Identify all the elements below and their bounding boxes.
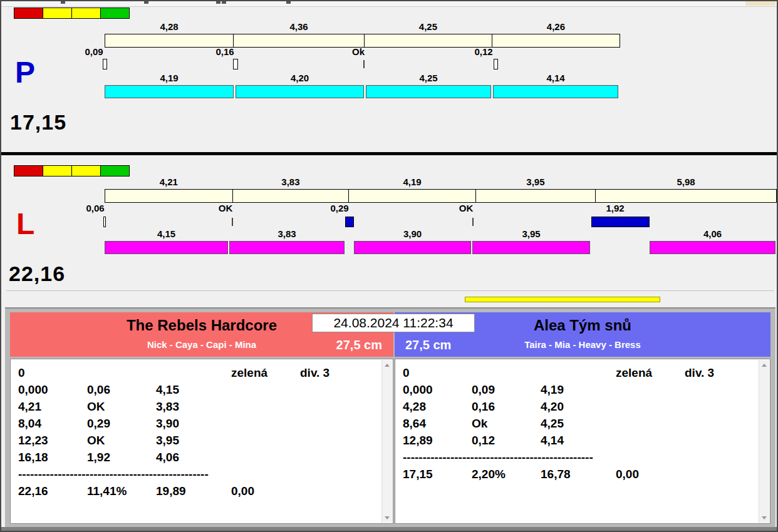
cell: OK [87,432,156,449]
run-segment: 4,25 [366,85,491,98]
arrow-up-icon [762,364,767,367]
app-window: 4,28 4,36 4,25 4,26 0,09 0,16 Ok 0,12 4,… [0,0,778,532]
cell [685,398,759,415]
cell: 0,00 [231,483,300,499]
run-time-label: 4,06 [703,228,722,239]
cell: 4,19 [541,381,616,398]
change-time-marker-flagged [591,217,650,227]
table-scrollbar[interactable] [381,360,392,523]
table-row: 0,0000,064,15 [11,381,381,398]
light-yellow [71,165,101,176]
split-time-label: 4,21 [160,176,178,187]
lane-p-top-split-bar: 4,28 4,36 4,25 4,26 [105,34,620,48]
lane-l-section: 4,21 3,83 4,19 3,95 5,98 0,06 OK 0,29 OK… [6,158,774,291]
separator-row: ----------------------------------------… [11,466,381,483]
lane-l-top-split-bar: 4,21 3,83 4,19 3,95 5,98 [105,189,777,203]
change-time-marker [103,217,106,227]
split-segment: 3,83 [233,190,349,202]
cell: 0 [18,364,87,381]
run-segment: 4,14 [493,85,618,98]
arrow-up-icon [385,364,390,367]
change-time-label: 0,12 [465,46,502,57]
scroll-up-button[interactable] [759,360,769,370]
run-segment: 4,20 [236,85,364,98]
run-segment: 4,19 [105,85,234,98]
split-time-label: 3,95 [526,176,544,187]
change-time-label: Ok [340,46,377,57]
run-segment: 3,83 [229,241,345,254]
menu-remnant-mark [61,1,65,4]
menu-remnant-mark [144,1,148,4]
total-row: 17,152,20%16,780,00 [395,466,759,483]
change-time-marker [232,218,233,226]
change-time-label: OK [207,203,244,213]
cell: 1,92 [87,449,156,466]
scroll-up-button[interactable] [382,360,392,370]
cell: 0,00 [616,466,685,483]
menu-remnant-mark [286,1,291,4]
change-time-marker [233,59,238,69]
change-time-marker [494,59,498,69]
cell [300,398,381,415]
cell [472,364,541,381]
scroll-down-button[interactable] [759,513,769,523]
light-yellow [43,165,72,176]
team-right-results-table: 0zelenádiv. 3 0,0000,094,19 4,280,164,20… [395,359,770,524]
separator-dashes: ----------------------------------------… [18,466,381,483]
start-lights [14,8,130,19]
cell: 0,29 [87,415,156,432]
lane-l-total-time: 22,16 [9,263,65,284]
table-row: 0zelenádiv. 3 [395,364,759,381]
run-time-label: 3,95 [522,228,540,239]
cell [685,381,759,398]
table-scrollbar[interactable] [759,360,769,523]
cell [231,381,300,398]
cell: zelená [616,364,685,381]
cell [300,483,381,499]
run-segment: 4,06 [650,241,775,254]
change-time-marker-flagged [345,217,354,227]
lane-l-letter: L [16,209,34,239]
cell [300,432,381,449]
cell: 0,06 [87,381,156,398]
separator-row: ----------------------------------------… [395,449,759,466]
cell: 0,000 [403,381,472,398]
cell: 0,09 [472,381,541,398]
cell [231,432,300,449]
change-time-label: 0,29 [321,203,358,213]
cell: 0,000 [18,381,87,398]
cell: 4,20 [541,398,616,415]
cell: 4,06 [156,449,231,466]
lane-p-section: 4,28 4,36 4,25 4,26 0,09 0,16 Ok 0,12 4,… [6,6,774,153]
results-rows: 0zelenádiv. 3 0,0000,064,15 4,21OK3,83 8… [11,364,381,499]
cell: 4,15 [156,381,231,398]
cell: 4,14 [541,432,616,449]
table-row: 0,0000,094,19 [395,381,759,398]
menu-remnant-mark [216,1,220,4]
cell [616,398,685,415]
cell: Ok [472,415,541,432]
cell [300,415,381,432]
cell: 3,83 [156,398,231,415]
lane-divider [1,152,777,155]
cell: div. 3 [685,364,759,381]
cell [87,364,156,381]
cell: 19,89 [156,483,231,499]
start-lights [14,165,130,176]
window-bottom-edge [1,527,777,531]
results-panel: The Rebels Hardcore Nick - Caya - Capi -… [5,307,775,528]
results-rows: 0zelenádiv. 3 0,0000,094,19 4,280,164,20… [395,364,759,483]
scroll-down-button[interactable] [382,513,392,523]
table-row: 12,23OK3,95 [11,432,381,449]
split-segment: 4,26 [492,34,620,47]
run-time-label: 4,20 [291,73,309,83]
run-time-label: 4,19 [160,73,178,83]
cell: 4,25 [541,415,616,432]
cell: 0,12 [472,432,541,449]
cell: 2,20% [472,466,541,483]
change-time-label: 0,16 [206,46,244,57]
light-green [100,165,130,176]
split-segment: 5,98 [596,190,776,202]
cell [685,466,759,483]
split-time-label: 4,25 [419,21,437,32]
